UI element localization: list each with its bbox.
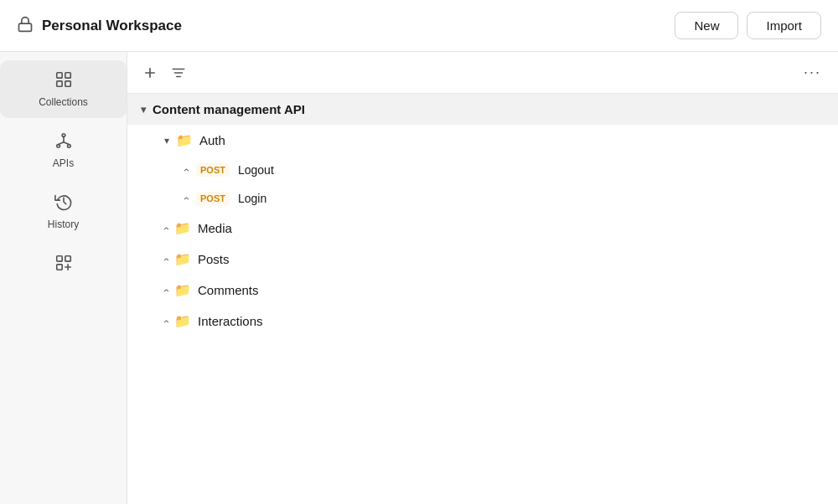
add-collection-icon: [54, 254, 73, 275]
search-input[interactable]: [196, 63, 792, 83]
folder-comments[interactable]: › 📁 Comments: [127, 275, 838, 306]
import-button[interactable]: Import: [747, 12, 821, 39]
section-chevron: ▾: [141, 104, 146, 116]
posts-chevron: ›: [160, 258, 172, 261]
content-toolbar: ···: [127, 52, 838, 94]
svg-rect-12: [65, 256, 70, 261]
collections-tree: ▾ Content management API ▾ 📁 Auth › POST…: [127, 94, 838, 337]
sidebar: Collections APIs: [0, 52, 127, 504]
sidebar-item-history[interactable]: History: [0, 183, 127, 240]
request-logout[interactable]: › POST Logout: [127, 156, 838, 184]
svg-line-10: [64, 142, 69, 145]
sidebar-item-add[interactable]: [0, 244, 127, 285]
interactions-folder-icon: 📁: [174, 313, 191, 329]
app-header: Personal Workspace New Import: [0, 0, 838, 52]
svg-line-9: [58, 142, 63, 145]
auth-chevron: ▾: [164, 135, 169, 147]
folder-posts[interactable]: › 📁 Posts: [127, 244, 838, 275]
folder-comments-label: Comments: [198, 283, 259, 297]
sidebar-history-label: History: [48, 219, 79, 230]
request-login-label: Login: [238, 192, 266, 205]
folder-media-label: Media: [198, 221, 232, 235]
logout-chevron: ›: [180, 168, 192, 172]
workspace-title: Personal Workspace: [42, 18, 182, 34]
folder-auth[interactable]: ▾ 📁 Auth: [127, 125, 838, 156]
header-left: Personal Workspace: [17, 16, 182, 36]
folder-auth-label: Auth: [199, 133, 225, 147]
login-chevron: ›: [180, 197, 192, 200]
more-options-button[interactable]: ···: [799, 60, 826, 85]
main-layout: Collections APIs: [0, 52, 838, 504]
add-button[interactable]: [139, 62, 161, 84]
content-area: ··· ▾ Content management API ▾ 📁 Auth › …: [127, 52, 838, 504]
svg-rect-0: [19, 23, 32, 31]
logout-method-badge: POST: [196, 163, 230, 177]
svg-rect-3: [65, 73, 70, 78]
request-login[interactable]: › POST Login: [127, 184, 838, 213]
lock-icon: [17, 16, 34, 36]
collections-icon: [54, 70, 73, 92]
svg-rect-11: [56, 256, 61, 261]
sidebar-apis-label: APIs: [53, 157, 74, 169]
svg-rect-1: [56, 73, 61, 78]
sidebar-collections-label: Collections: [39, 96, 88, 108]
header-actions: New Import: [675, 12, 821, 39]
section-title: Content management API: [153, 102, 305, 116]
section-header-content-management[interactable]: ▾ Content management API: [127, 94, 838, 125]
sidebar-item-apis[interactable]: APIs: [0, 121, 127, 179]
svg-rect-13: [56, 265, 61, 270]
request-logout-label: Logout: [238, 163, 274, 177]
new-button[interactable]: New: [675, 12, 738, 39]
folder-interactions[interactable]: › 📁 Interactions: [127, 306, 838, 337]
login-method-badge: POST: [196, 192, 230, 205]
media-folder-icon: 📁: [174, 220, 191, 236]
folder-interactions-label: Interactions: [198, 314, 263, 328]
svg-rect-2: [56, 81, 61, 86]
media-chevron: ›: [160, 227, 172, 230]
apis-icon: [54, 131, 73, 153]
filter-button[interactable]: [168, 62, 189, 84]
interactions-chevron: ›: [160, 320, 172, 323]
comments-folder-icon: 📁: [174, 282, 191, 298]
sidebar-item-collections[interactable]: Collections: [0, 60, 127, 118]
comments-chevron: ›: [160, 289, 172, 292]
folder-posts-label: Posts: [198, 252, 230, 266]
auth-folder-icon: 📁: [176, 132, 193, 148]
svg-rect-4: [65, 81, 70, 86]
posts-folder-icon: 📁: [174, 251, 191, 267]
folder-media[interactable]: › 📁 Media: [127, 213, 838, 244]
history-icon: [54, 193, 73, 214]
